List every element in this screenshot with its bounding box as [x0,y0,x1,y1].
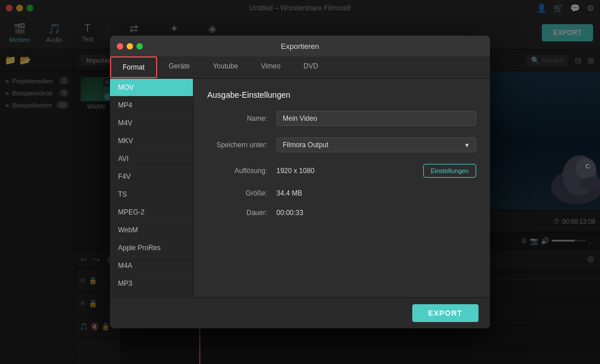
dialog-titlebar: Exportieren [110,36,490,56]
resolution-label: Auflösung: [207,167,276,175]
tab-format[interactable]: Format [110,56,157,78]
duration-value: 00:00:33 [276,209,476,217]
format-item-m4a[interactable]: M4A [110,257,193,275]
dialog-title: Exportieren [281,42,319,51]
size-value: 34.4 MB [276,189,476,197]
name-input[interactable] [276,111,476,126]
settings-row-duration: Dauer: 00:00:33 [207,209,476,217]
tab-vimeo[interactable]: Vimeo [249,56,292,78]
settings-panel: Ausgabe-Einstellungen Name: Speichern un… [193,79,490,297]
name-label: Name: [207,114,276,122]
format-item-mov[interactable]: MOV [110,79,193,97]
einstellungen-button[interactable]: Einstellungen [423,164,476,178]
format-item-apple-prores[interactable]: Apple ProRes [110,239,193,257]
format-item-mp4[interactable]: MP4 [110,97,193,114]
tab-geraete[interactable]: Geräte [157,56,202,78]
format-list: MOV MP4 M4V MKV AVI F4V TS [110,79,193,297]
format-item-webm[interactable]: WebM [110,221,193,239]
format-item-avi[interactable]: AVI [110,150,193,168]
settings-section-title: Ausgabe-Einstellungen [207,90,476,99]
dialog-tabs: Format Geräte Youtube Vimeo DVD [110,56,490,79]
tab-dvd[interactable]: DVD [292,56,329,78]
format-item-ts[interactable]: TS [110,186,193,204]
dialog-minimize-button[interactable] [127,43,133,49]
format-item-gif[interactable]: GIF [110,293,193,297]
format-item-mp3[interactable]: MP3 [110,275,193,293]
dialog-traffic-lights [117,43,143,49]
save-label: Speichern unter: [207,141,276,149]
settings-row-save: Speichern unter: Filmora Output ▼ [207,137,476,152]
duration-label: Dauer: [207,209,276,217]
resolution-value: 1920 x 1080 [276,167,423,175]
save-value: Filmora Output [283,141,328,149]
settings-row-name: Name: [207,111,476,126]
dialog-footer: EXPORT [110,297,490,328]
settings-row-size: Größe: 34.4 MB [207,189,476,197]
format-item-f4v[interactable]: F4V [110,168,193,186]
dialog-close-button[interactable] [117,43,123,49]
save-location-select[interactable]: Filmora Output ▼ [276,137,476,152]
settings-row-resolution: Auflösung: 1920 x 1080 Einstellungen [207,164,476,178]
format-item-m4v[interactable]: M4V [110,114,193,132]
save-chevron-icon: ▼ [464,142,470,148]
export-dialog: Exportieren Format Geräte Youtube Vimeo … [110,36,490,328]
export-button-dialog[interactable]: EXPORT [412,304,479,322]
dialog-maximize-button[interactable] [136,43,143,49]
tab-youtube[interactable]: Youtube [202,56,250,78]
format-item-mpeg2[interactable]: MPEG-2 [110,204,193,221]
export-dialog-overlay: Exportieren Format Geräte Youtube Vimeo … [0,0,600,364]
size-label: Größe: [207,189,276,197]
format-item-mkv[interactable]: MKV [110,132,193,150]
dialog-body: MOV MP4 M4V MKV AVI F4V TS [110,79,490,297]
